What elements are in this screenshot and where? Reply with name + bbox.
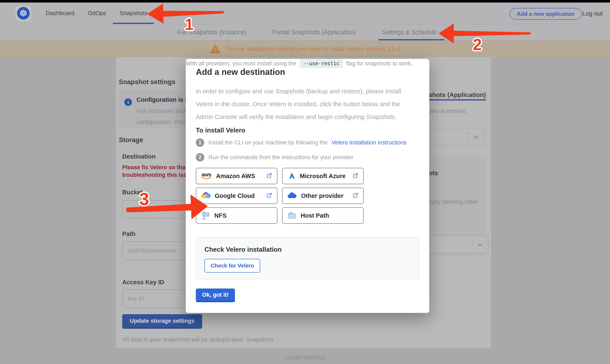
- annotation-number-3: 3: [139, 189, 149, 209]
- debug-timestamp: 1614873688850: [284, 354, 325, 361]
- azure-icon: [287, 171, 296, 181]
- nav-item-gitops[interactable]: GitOps: [81, 2, 113, 24]
- info-icon: i: [124, 98, 132, 106]
- annotation-arrow-3: [126, 194, 208, 222]
- window-top-strip: [0, 0, 610, 2]
- warning-triangle-icon: !: [209, 44, 221, 54]
- chevron-down-icon: [477, 241, 483, 249]
- access-key-id-label: Access Key ID: [122, 279, 164, 286]
- check-velero-card: Check Velero installation Check for Vele…: [196, 238, 419, 279]
- screen: ☸ Dashboard GitOps Snapshots Add a new a…: [0, 0, 610, 364]
- info-card-title: Configuration is sh: [137, 96, 192, 103]
- annotation-arrow-2: [439, 24, 531, 43]
- check-velero-heading: Check Velero installation: [205, 246, 411, 253]
- provider-button-amazon-aws[interactable]: aws Amazon AWS: [196, 168, 277, 184]
- external-link-icon: [266, 192, 273, 199]
- step-2-text: Run the commands from the instructions f…: [208, 154, 353, 161]
- kubernetes-wheel-icon: ☸: [17, 7, 30, 20]
- provider-button-microsoft-azure[interactable]: Microsoft Azure: [282, 168, 364, 184]
- velero-error-line1: Please fix Velero so that th: [122, 164, 194, 171]
- page-title: Snapshot settings: [119, 78, 175, 86]
- velero-error-line2: troubleshooting this issue: [122, 171, 193, 179]
- provider-button-google-cloud[interactable]: Google Cloud: [196, 188, 277, 204]
- install-step-2: 2 Run the commands from the instructions…: [196, 153, 353, 161]
- partial-snapshots-tab-fragment[interactable]: apshots (Application): [421, 91, 486, 98]
- nav-item-dashboard[interactable]: Dashboard: [39, 2, 81, 24]
- warning-banner-text: To use snapshots reliably you have to in…: [227, 45, 401, 52]
- add-destination-modal: Add a new destination In order to config…: [186, 59, 429, 313]
- annotation-number-2: 2: [473, 35, 482, 54]
- install-step-1: 1 Install the CLI on your machine by fol…: [196, 138, 407, 147]
- host-path-folder-icon: [287, 211, 296, 220]
- check-for-velero-button[interactable]: Check for Velero: [205, 259, 260, 273]
- dedup-footnote: All data in your snapshots will be dedup…: [122, 334, 293, 348]
- top-navbar: ☸ Dashboard GitOps Snapshots Add a new a…: [0, 2, 610, 24]
- external-link-icon: [352, 172, 359, 180]
- use-restic-flag-code: --use-restic: [299, 59, 343, 68]
- external-link-icon: [266, 172, 273, 180]
- update-storage-settings-button[interactable]: Update storage settings: [122, 314, 202, 329]
- topnav-tabs: Dashboard GitOps Snapshots: [39, 2, 154, 24]
- install-velero-heading: To install Velero: [196, 127, 245, 134]
- chevron-down-icon: [473, 134, 480, 141]
- app-logo[interactable]: ☸: [15, 5, 31, 21]
- step-1-badge: 1: [196, 138, 204, 147]
- annotation-number-1: 1: [185, 15, 194, 33]
- tab-settings-schedule[interactable]: Settings & Schedule: [382, 24, 437, 40]
- step-2-badge: 2: [196, 153, 204, 161]
- add-new-application-button[interactable]: Add a new application: [510, 8, 582, 20]
- velero-installation-instructions-link[interactable]: Velero installation instructions: [332, 139, 407, 146]
- tab-partial-snapshots[interactable]: Partial Snapshots (Application): [273, 24, 356, 40]
- provider-button-other-provider[interactable]: Other provider: [282, 188, 364, 204]
- modal-title: Add a new destination: [196, 67, 285, 77]
- step-1-text: Install the CLI on your machine by follo…: [208, 139, 327, 146]
- cloud-icon: [287, 192, 297, 200]
- modal-description: In order to configure and use Snapshots …: [196, 85, 404, 123]
- ok-got-it-button[interactable]: Ok, got it!: [196, 288, 235, 302]
- storage-heading: Storage: [119, 136, 143, 144]
- logout-link[interactable]: Log out: [582, 10, 603, 17]
- provider-button-host-path[interactable]: Host Path: [282, 207, 364, 224]
- path-label: Path: [122, 231, 135, 237]
- restic-note: With all providers, you must install usi…: [186, 59, 429, 68]
- external-link-icon: [352, 192, 359, 199]
- aws-icon: aws: [201, 172, 212, 180]
- destination-label: Destination: [122, 153, 156, 160]
